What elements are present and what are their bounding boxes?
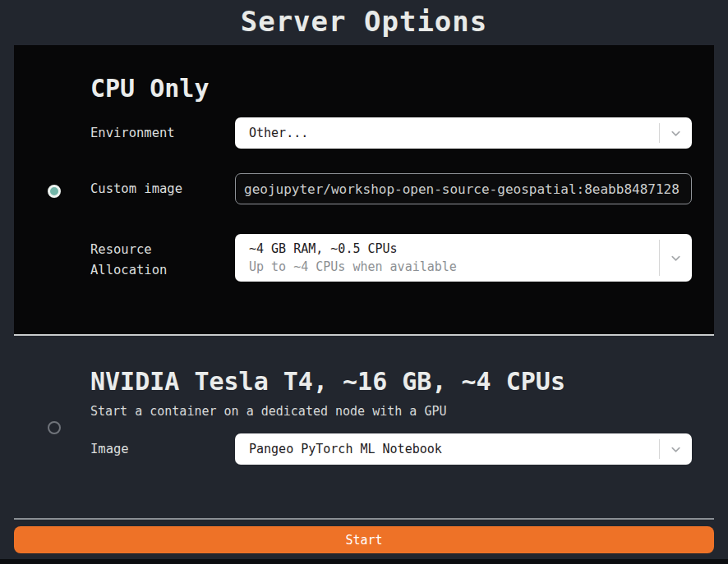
gpu-image-select[interactable]: Pangeo PyTorch ML Notebook <box>235 433 692 465</box>
cpu-option-card: CPU Only Environment Other... Custom ima… <box>14 45 714 336</box>
gpu-option-radio[interactable] <box>48 421 61 434</box>
custom-image-label: Custom image <box>90 173 235 199</box>
cpu-radio-column <box>14 45 90 334</box>
gpu-option-title: NVIDIA Tesla T4, ~16 GB, ~4 CPUs <box>90 365 692 398</box>
resource-allocation-row: Resource Allocation ~4 GB RAM, ~0.5 CPUs… <box>90 234 692 282</box>
resource-allocation-select-secondary: Up to ~4 CPUs when available <box>249 258 644 276</box>
chevron-down-icon <box>659 439 692 459</box>
cpu-option-radio[interactable] <box>48 185 61 198</box>
server-option-cpu: CPU Only Environment Other... Custom ima… <box>14 45 714 334</box>
gpu-option-section: NVIDIA Tesla T4, ~16 GB, ~4 CPUs Start a… <box>14 336 714 465</box>
chevron-down-icon <box>659 240 692 276</box>
gpu-image-select-value: Pangeo PyTorch ML Notebook <box>249 440 644 458</box>
resource-allocation-select-value: ~4 GB RAM, ~0.5 CPUs <box>249 240 644 258</box>
footer: Start <box>0 518 728 553</box>
custom-image-row: Custom image <box>90 173 692 204</box>
cpu-option-title: CPU Only <box>90 72 692 105</box>
resource-allocation-label: Resource Allocation <box>90 234 235 281</box>
gpu-radio-column <box>14 336 90 465</box>
start-button[interactable]: Start <box>14 526 714 553</box>
footer-divider <box>14 518 714 520</box>
bottom-strip <box>0 559 728 564</box>
gpu-option-subtitle: Start a container on a dedicated node wi… <box>90 404 692 419</box>
environment-select-value: Other... <box>249 124 644 142</box>
environment-select[interactable]: Other... <box>235 117 692 149</box>
resource-allocation-select[interactable]: ~4 GB RAM, ~0.5 CPUs Up to ~4 CPUs when … <box>235 234 692 282</box>
server-option-gpu: NVIDIA Tesla T4, ~16 GB, ~4 CPUs Start a… <box>14 336 714 465</box>
gpu-image-label: Image <box>90 433 235 460</box>
chevron-down-icon <box>659 123 692 143</box>
environment-row: Environment Other... <box>90 117 692 149</box>
environment-label: Environment <box>90 117 235 144</box>
custom-image-input[interactable] <box>235 173 692 204</box>
page-title: Server Options <box>0 0 728 45</box>
gpu-image-row: Image Pangeo PyTorch ML Notebook <box>90 433 692 465</box>
